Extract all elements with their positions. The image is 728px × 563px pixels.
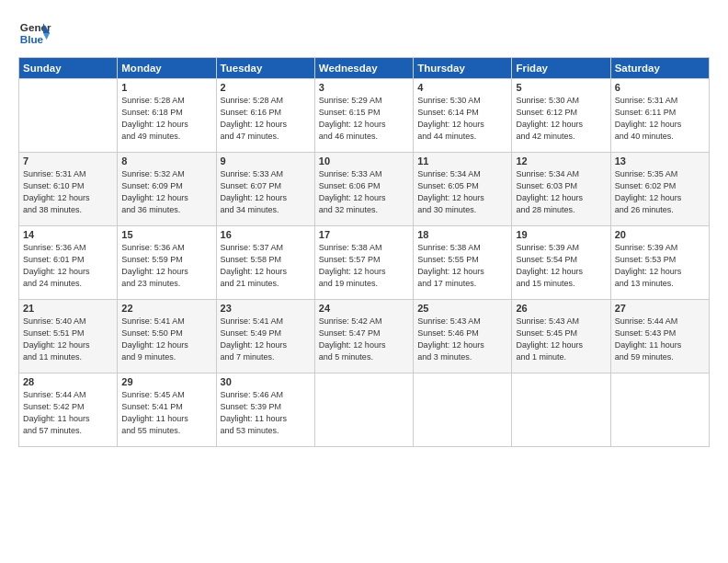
day-info: Sunrise: 5:39 AM Sunset: 5:54 PM Dayligh… — [516, 242, 606, 290]
day-number: 22 — [121, 303, 211, 314]
weekday-header-monday: Monday — [118, 58, 216, 79]
day-info: Sunrise: 5:32 AM Sunset: 6:09 PM Dayligh… — [121, 168, 211, 216]
calendar-cell: 14Sunrise: 5:36 AM Sunset: 6:01 PM Dayli… — [19, 226, 118, 300]
day-info: Sunrise: 5:41 AM Sunset: 5:49 PM Dayligh… — [221, 316, 311, 363]
svg-text:Blue: Blue — [20, 33, 44, 45]
day-number: 30 — [221, 376, 311, 387]
day-number: 12 — [516, 155, 606, 167]
svg-marker-3 — [43, 33, 50, 40]
header: General Blue — [18, 17, 710, 50]
day-number: 11 — [417, 155, 507, 167]
calendar-cell — [512, 373, 610, 447]
day-info: Sunrise: 5:30 AM Sunset: 6:12 PM Dayligh… — [516, 95, 606, 143]
calendar-cell: 16Sunrise: 5:37 AM Sunset: 5:58 PM Dayli… — [216, 226, 314, 300]
day-number: 14 — [23, 229, 113, 240]
day-number: 25 — [417, 303, 507, 314]
weekday-header-friday: Friday — [512, 58, 610, 79]
day-number: 9 — [221, 155, 311, 167]
calendar-cell: 21Sunrise: 5:40 AM Sunset: 5:51 PM Dayli… — [19, 300, 118, 373]
calendar-cell: 22Sunrise: 5:41 AM Sunset: 5:50 PM Dayli… — [118, 300, 216, 373]
weekday-header-sunday: Sunday — [19, 58, 118, 79]
day-number: 8 — [121, 155, 211, 167]
calendar-cell: 30Sunrise: 5:46 AM Sunset: 5:39 PM Dayli… — [216, 373, 314, 447]
day-number: 19 — [516, 229, 606, 240]
day-number: 10 — [319, 155, 409, 167]
calendar-cell — [314, 373, 413, 447]
main-container: General Blue SundayMondayTuesdayWednesda… — [0, 0, 728, 456]
day-info: Sunrise: 5:33 AM Sunset: 6:06 PM Dayligh… — [319, 168, 409, 216]
day-info: Sunrise: 5:36 AM Sunset: 6:01 PM Dayligh… — [23, 242, 113, 290]
calendar-cell: 23Sunrise: 5:41 AM Sunset: 5:49 PM Dayli… — [216, 300, 314, 373]
calendar-cell: 12Sunrise: 5:34 AM Sunset: 6:03 PM Dayli… — [512, 153, 610, 226]
calendar-cell: 1Sunrise: 5:28 AM Sunset: 6:18 PM Daylig… — [118, 79, 216, 153]
weekday-header-row: SundayMondayTuesdayWednesdayThursdayFrid… — [19, 58, 710, 79]
calendar-cell: 19Sunrise: 5:39 AM Sunset: 5:54 PM Dayli… — [512, 226, 610, 300]
calendar-cell: 3Sunrise: 5:29 AM Sunset: 6:15 PM Daylig… — [314, 79, 413, 153]
day-info: Sunrise: 5:41 AM Sunset: 5:50 PM Dayligh… — [121, 316, 211, 363]
day-info: Sunrise: 5:43 AM Sunset: 5:46 PM Dayligh… — [417, 316, 507, 363]
logo-icon: General Blue — [18, 17, 51, 50]
calendar-cell: 24Sunrise: 5:42 AM Sunset: 5:47 PM Dayli… — [314, 300, 413, 373]
day-info: Sunrise: 5:42 AM Sunset: 5:47 PM Dayligh… — [319, 316, 409, 363]
day-info: Sunrise: 5:46 AM Sunset: 5:39 PM Dayligh… — [221, 389, 311, 437]
calendar-cell: 25Sunrise: 5:43 AM Sunset: 5:46 PM Dayli… — [414, 300, 512, 373]
day-number: 21 — [23, 303, 113, 314]
day-info: Sunrise: 5:33 AM Sunset: 6:07 PM Dayligh… — [221, 168, 311, 216]
day-info: Sunrise: 5:31 AM Sunset: 6:11 PM Dayligh… — [615, 95, 705, 143]
calendar-week-row: 14Sunrise: 5:36 AM Sunset: 6:01 PM Dayli… — [19, 226, 710, 300]
calendar-cell: 13Sunrise: 5:35 AM Sunset: 6:02 PM Dayli… — [610, 153, 709, 226]
day-info: Sunrise: 5:36 AM Sunset: 5:59 PM Dayligh… — [121, 242, 211, 290]
day-info: Sunrise: 5:45 AM Sunset: 5:41 PM Dayligh… — [121, 389, 211, 437]
weekday-header-tuesday: Tuesday — [216, 58, 314, 79]
calendar-cell: 10Sunrise: 5:33 AM Sunset: 6:06 PM Dayli… — [314, 153, 413, 226]
weekday-header-wednesday: Wednesday — [314, 58, 413, 79]
day-info: Sunrise: 5:38 AM Sunset: 5:55 PM Dayligh… — [417, 242, 507, 290]
day-number: 4 — [417, 82, 507, 93]
calendar-cell: 15Sunrise: 5:36 AM Sunset: 5:59 PM Dayli… — [118, 226, 216, 300]
calendar-cell: 4Sunrise: 5:30 AM Sunset: 6:14 PM Daylig… — [414, 79, 512, 153]
calendar-week-row: 21Sunrise: 5:40 AM Sunset: 5:51 PM Dayli… — [19, 300, 710, 373]
day-number: 27 — [615, 303, 705, 314]
weekday-header-saturday: Saturday — [610, 58, 709, 79]
day-number: 6 — [615, 82, 705, 93]
calendar-cell — [414, 373, 512, 447]
calendar-cell: 28Sunrise: 5:44 AM Sunset: 5:42 PM Dayli… — [19, 373, 118, 447]
day-number: 24 — [319, 303, 409, 314]
day-info: Sunrise: 5:44 AM Sunset: 5:43 PM Dayligh… — [615, 316, 705, 363]
calendar-cell: 27Sunrise: 5:44 AM Sunset: 5:43 PM Dayli… — [610, 300, 709, 373]
calendar-cell: 11Sunrise: 5:34 AM Sunset: 6:05 PM Dayli… — [414, 153, 512, 226]
calendar-table: SundayMondayTuesdayWednesdayThursdayFrid… — [18, 57, 710, 447]
logo: General Blue — [18, 17, 51, 50]
day-number: 5 — [516, 82, 606, 93]
day-info: Sunrise: 5:34 AM Sunset: 6:03 PM Dayligh… — [516, 168, 606, 216]
calendar-cell: 8Sunrise: 5:32 AM Sunset: 6:09 PM Daylig… — [118, 153, 216, 226]
day-number: 13 — [615, 155, 705, 167]
weekday-header-thursday: Thursday — [414, 58, 512, 79]
calendar-cell: 17Sunrise: 5:38 AM Sunset: 5:57 PM Dayli… — [314, 226, 413, 300]
day-info: Sunrise: 5:34 AM Sunset: 6:05 PM Dayligh… — [417, 168, 507, 216]
day-info: Sunrise: 5:38 AM Sunset: 5:57 PM Dayligh… — [319, 242, 409, 290]
day-info: Sunrise: 5:44 AM Sunset: 5:42 PM Dayligh… — [23, 389, 113, 437]
day-info: Sunrise: 5:39 AM Sunset: 5:53 PM Dayligh… — [615, 242, 705, 290]
day-number: 3 — [319, 82, 409, 93]
day-info: Sunrise: 5:43 AM Sunset: 5:45 PM Dayligh… — [516, 316, 606, 363]
calendar-cell — [610, 373, 709, 447]
calendar-cell — [19, 79, 118, 153]
day-number: 17 — [319, 229, 409, 240]
day-number: 15 — [121, 229, 211, 240]
day-number: 28 — [23, 376, 113, 387]
day-number: 16 — [221, 229, 311, 240]
calendar-cell: 6Sunrise: 5:31 AM Sunset: 6:11 PM Daylig… — [610, 79, 709, 153]
calendar-cell: 5Sunrise: 5:30 AM Sunset: 6:12 PM Daylig… — [512, 79, 610, 153]
day-number: 7 — [23, 155, 113, 167]
calendar-week-row: 28Sunrise: 5:44 AM Sunset: 5:42 PM Dayli… — [19, 373, 710, 447]
day-number: 1 — [121, 82, 211, 93]
day-info: Sunrise: 5:31 AM Sunset: 6:10 PM Dayligh… — [23, 168, 113, 216]
calendar-cell: 9Sunrise: 5:33 AM Sunset: 6:07 PM Daylig… — [216, 153, 314, 226]
day-info: Sunrise: 5:28 AM Sunset: 6:16 PM Dayligh… — [221, 95, 311, 143]
calendar-cell: 18Sunrise: 5:38 AM Sunset: 5:55 PM Dayli… — [414, 226, 512, 300]
day-number: 23 — [221, 303, 311, 314]
day-info: Sunrise: 5:29 AM Sunset: 6:15 PM Dayligh… — [319, 95, 409, 143]
calendar-cell: 26Sunrise: 5:43 AM Sunset: 5:45 PM Dayli… — [512, 300, 610, 373]
day-number: 26 — [516, 303, 606, 314]
